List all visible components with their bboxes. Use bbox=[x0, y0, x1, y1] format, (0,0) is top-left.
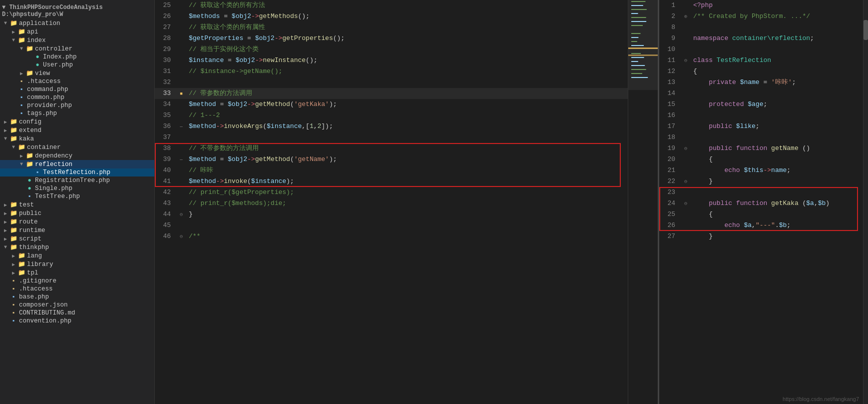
line-number: 25 bbox=[155, 0, 176, 11]
code-text: class TestReflection bbox=[691, 55, 863, 66]
sidebar-item-application[interactable]: ▼ 📁 application bbox=[0, 19, 154, 28]
folder-icon: 📁 bbox=[9, 244, 18, 251]
gutter: ⊖ bbox=[176, 231, 187, 242]
sidebar-item-runtime[interactable]: ▶ 📁 runtime bbox=[0, 226, 154, 234]
line-number: 20 bbox=[659, 154, 680, 165]
line-number: 45 bbox=[155, 220, 176, 231]
line-number: 40 bbox=[155, 165, 176, 176]
sidebar-item-dependency[interactable]: ▶ 📁 dependency bbox=[0, 152, 154, 160]
sidebar-item-kaka[interactable]: ▼ 📁 kaka bbox=[0, 134, 154, 143]
line-number: 15 bbox=[659, 99, 680, 110]
php-icon: ▪ bbox=[33, 169, 42, 176]
sidebar-item-library[interactable]: ▶ 📁 library bbox=[0, 260, 154, 268]
scrollbar-thumb[interactable] bbox=[864, 20, 868, 40]
gutter bbox=[680, 88, 691, 99]
sidebar-item-htaccess[interactable]: ▶ ▪ .htaccess bbox=[0, 78, 154, 86]
folder-icon: 📁 bbox=[9, 210, 18, 217]
sidebar-item-controller[interactable]: ▼ 📁 controller bbox=[0, 44, 154, 53]
line-number: 12 bbox=[659, 66, 680, 77]
gutter bbox=[680, 132, 691, 143]
gutter: ■ bbox=[176, 88, 187, 99]
code-text: protected $age; bbox=[691, 99, 863, 110]
sidebar-item-test[interactable]: ▶ 📁 test bbox=[0, 200, 154, 209]
sidebar-item-conventionphp[interactable]: ▶ ▪ convention.php bbox=[0, 317, 154, 325]
line-number: 26 bbox=[155, 11, 176, 22]
sidebar-item-testtree[interactable]: ▶ ▪ TestTree.php bbox=[0, 192, 154, 200]
sidebar-item-tpl[interactable]: ▶ 📁 tpl bbox=[0, 268, 154, 277]
code-text: // 带参数的方法调用 bbox=[187, 88, 628, 99]
php-icon: ▪ bbox=[17, 94, 26, 101]
expand-arrow: ▼ bbox=[18, 46, 25, 52]
left-code-editor[interactable]: 25 // 获取这个类的所有方法 26 $methods = $obj2->ge… bbox=[155, 0, 628, 404]
sidebar-item-extend[interactable]: ▶ 📁 extend bbox=[0, 126, 154, 134]
php-icon: ▪ bbox=[17, 102, 26, 109]
expand-arrow: ▼ bbox=[2, 136, 9, 142]
line-number: 1 bbox=[659, 0, 680, 11]
sidebar-item-index[interactable]: ▼ 📁 index bbox=[0, 36, 154, 44]
sidebar-item-tagsphp[interactable]: ▶ ▪ tags.php bbox=[0, 110, 154, 118]
code-text bbox=[691, 88, 863, 99]
gutter bbox=[176, 176, 187, 187]
sidebar-item-contributing[interactable]: ▶ ▪ CONTRIBUTING.md bbox=[0, 309, 154, 317]
code-text: private $name = '咔咔'; bbox=[691, 77, 863, 88]
gutter bbox=[680, 99, 691, 110]
sidebar-item-thinkphp[interactable]: ▼ 📁 thinkphp bbox=[0, 243, 154, 252]
sidebar-item-route[interactable]: ▶ 📁 route bbox=[0, 218, 154, 226]
sidebar-item-view[interactable]: ▶ 📁 view bbox=[0, 69, 154, 78]
sidebar-item-testreflection[interactable]: ▶ ▪ TestReflection.php bbox=[0, 168, 154, 176]
file-icon: ▪ bbox=[9, 286, 18, 292]
sidebar-item-lang[interactable]: ▶ 📁 lang bbox=[0, 252, 154, 260]
gutter: — bbox=[176, 121, 187, 132]
line-number: 42 bbox=[155, 187, 176, 198]
sidebar-item-registrationtree[interactable]: ▶ ● RegistrationTree.php bbox=[0, 176, 154, 184]
code-text: { bbox=[691, 209, 863, 220]
sidebar-item-basephp[interactable]: ▶ ▪ base.php bbox=[0, 293, 154, 301]
right-scrollbar[interactable] bbox=[863, 0, 868, 404]
sidebar-item-gitignore[interactable]: ▶ ▪ .gitignore bbox=[0, 277, 154, 285]
code-line-41: 41 $method->invoke($instance); bbox=[155, 176, 628, 187]
php-icon: ▪ bbox=[25, 193, 34, 200]
code-line-26: 26 $methods = $obj2->getMethods(); bbox=[155, 11, 628, 22]
sidebar-item-singlephp[interactable]: ▶ ● Single.php bbox=[0, 184, 154, 192]
line-number: 37 bbox=[155, 132, 176, 143]
line-number: 31 bbox=[155, 66, 176, 77]
code-text: $method = $obj2->getMethod('getKaka'); bbox=[187, 99, 628, 110]
code-line-25: 25 // 获取这个类的所有方法 bbox=[155, 0, 628, 11]
line-number: 32 bbox=[155, 77, 176, 88]
code-text: $methods = $obj2->getMethods(); bbox=[187, 11, 628, 22]
sidebar-item-commandphp[interactable]: ▶ ▪ command.php bbox=[0, 86, 154, 94]
gutter bbox=[176, 198, 187, 209]
sidebar-item-config[interactable]: ▶ 📁 config bbox=[0, 118, 154, 126]
expand-arrow: ▶ bbox=[2, 219, 9, 225]
gutter: ⊖ bbox=[680, 143, 691, 154]
gutter bbox=[176, 33, 187, 44]
line-number: 29 bbox=[155, 44, 176, 55]
sidebar-item-api[interactable]: ▶ 📁 api bbox=[0, 28, 154, 36]
sidebar-item-public[interactable]: ▶ 📁 public bbox=[0, 209, 154, 218]
right-code-line-19: 19 ⊖ public function getName () bbox=[659, 143, 863, 154]
code-line-36: 36 — $method->invokeArgs($instance,[1,2]… bbox=[155, 121, 628, 132]
expand-arrow: ▶ bbox=[2, 228, 9, 234]
code-text: $method->invoke($instance); bbox=[187, 176, 628, 187]
php-icon: ● bbox=[33, 54, 42, 60]
code-line-28: 28 $getProperties = $obj2->getProperties… bbox=[155, 33, 628, 44]
sidebar-item-commonphp[interactable]: ▶ ▪ common.php bbox=[0, 94, 154, 102]
gutter bbox=[176, 22, 187, 33]
folder-icon: 📁 bbox=[9, 218, 18, 226]
sidebar-item-htaccess2[interactable]: ▶ ▪ .htaccess bbox=[0, 285, 154, 293]
sidebar-item-script[interactable]: ▶ 📁 script bbox=[0, 234, 154, 243]
folder-icon: 📁 bbox=[25, 45, 34, 52]
code-text bbox=[187, 220, 628, 231]
sidebar-item-container[interactable]: ▼ 📁 container bbox=[0, 143, 154, 152]
sidebar-item-composerjson[interactable]: ▶ ▪ composer.json bbox=[0, 301, 154, 309]
sidebar-item-userphp[interactable]: ▶ ● User.php bbox=[0, 61, 154, 69]
code-text: // 咔咔 bbox=[187, 165, 628, 176]
line-number: 44 bbox=[155, 209, 176, 220]
gutter bbox=[680, 209, 691, 220]
right-code-line-16: 16 bbox=[659, 110, 863, 121]
sidebar-item-indexphp[interactable]: ▶ ● Index.php bbox=[0, 53, 154, 61]
right-code-line-22: 22 ⊖ } bbox=[659, 176, 863, 187]
code-text: $method->invokeArgs($instance,[1,2]); bbox=[187, 121, 628, 132]
sidebar-item-providerphp[interactable]: ▶ ▪ provider.php bbox=[0, 102, 154, 110]
sidebar-item-reflection[interactable]: ▼ 📁 reflection bbox=[0, 160, 154, 168]
